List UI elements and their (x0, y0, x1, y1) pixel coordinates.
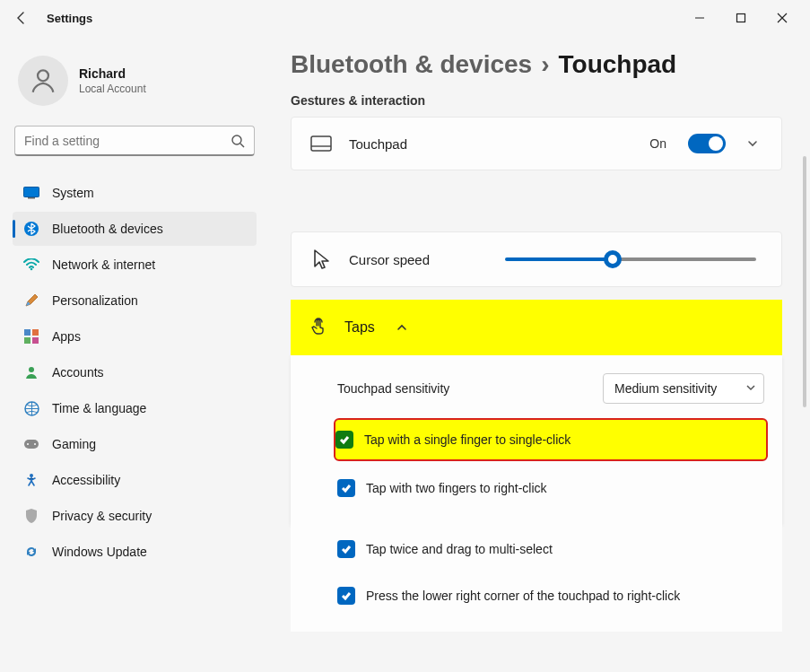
minimize-button[interactable] (679, 4, 720, 32)
person-icon (23, 364, 39, 380)
press-corner-option[interactable]: Press the lower right corner of the touc… (337, 574, 764, 617)
maximize-button[interactable] (720, 4, 762, 32)
apps-icon (23, 328, 39, 345)
svg-rect-9 (24, 329, 30, 336)
touchpad-label: Touchpad (349, 136, 633, 152)
paintbrush-icon (23, 292, 39, 309)
back-button[interactable] (7, 4, 36, 32)
chevron-down-icon[interactable] (742, 137, 763, 150)
sidebar-item-apps[interactable]: Apps (13, 319, 257, 353)
cursor-speed-row[interactable]: Cursor speed (291, 231, 782, 287)
svg-rect-6 (28, 197, 35, 199)
sidebar-item-bluetooth[interactable]: Bluetooth & devices (13, 212, 257, 246)
sidebar-item-label: Network & internet (52, 257, 155, 272)
checkbox-checked-icon[interactable] (335, 431, 353, 449)
gamepad-icon (23, 436, 39, 452)
svg-point-2 (38, 70, 48, 81)
checkbox-checked-icon[interactable] (337, 587, 355, 605)
svg-rect-15 (24, 440, 39, 449)
tap-single-finger-label: Tap with a single finger to single-click (364, 432, 570, 447)
svg-point-8 (30, 268, 33, 271)
globe-clock-icon (23, 400, 39, 416)
tap-single-finger-option[interactable]: Tap with a single finger to single-click (334, 418, 768, 461)
tap-icon (309, 316, 328, 339)
avatar (18, 56, 68, 106)
taps-header[interactable]: Taps (291, 300, 782, 355)
checkbox-checked-icon[interactable] (337, 479, 355, 497)
svg-point-13 (29, 367, 34, 372)
touchpad-row[interactable]: Touchpad On (291, 117, 782, 170)
sidebar-item-privacy[interactable]: Privacy & security (13, 499, 257, 533)
checkbox-checked-icon[interactable] (337, 540, 355, 558)
breadcrumb-current: Touchpad (559, 50, 677, 79)
sidebar-item-accounts[interactable]: Accounts (13, 355, 257, 389)
sidebar-item-label: Privacy & security (52, 509, 152, 523)
chevron-up-icon[interactable] (391, 321, 413, 334)
svg-rect-1 (737, 14, 745, 22)
tap-two-fingers-option[interactable]: Tap with two fingers to right-click (337, 467, 764, 510)
sidebar-item-time[interactable]: Time & language (13, 391, 257, 425)
section-gestures-label: Gestures & interaction (291, 93, 790, 108)
sidebar-item-label: Apps (52, 329, 81, 344)
touchpad-toggle[interactable] (688, 134, 726, 153)
press-corner-label: Press the lower right corner of the touc… (366, 589, 680, 603)
sidebar-item-update[interactable]: Windows Update (13, 535, 257, 569)
touchpad-state: On (649, 136, 666, 151)
search-input[interactable] (24, 134, 231, 148)
search-box[interactable] (14, 126, 255, 156)
svg-point-17 (34, 443, 36, 445)
tap-twice-drag-label: Tap twice and drag to multi-select (366, 542, 553, 556)
update-icon (23, 544, 39, 560)
system-icon (23, 185, 39, 201)
breadcrumb-parent[interactable]: Bluetooth & devices (291, 50, 532, 79)
shield-icon (23, 508, 39, 524)
touchpad-sensitivity-value: Medium sensitivity (614, 381, 717, 396)
svg-rect-11 (24, 337, 30, 344)
sidebar-item-label: Time & language (52, 401, 146, 415)
breadcrumb-separator: › (541, 50, 549, 79)
window-title: Settings (47, 12, 92, 25)
wifi-icon (23, 257, 39, 273)
svg-rect-12 (32, 337, 39, 344)
svg-line-4 (240, 144, 244, 147)
sidebar-item-label: Bluetooth & devices (52, 222, 163, 236)
sidebar-item-label: Gaming (52, 437, 96, 451)
tap-two-fingers-label: Tap with two fingers to right-click (366, 481, 547, 495)
chevron-down-icon (745, 381, 756, 396)
sidebar-item-gaming[interactable]: Gaming (13, 427, 257, 461)
touchpad-sensitivity-label: Touchpad sensitivity (337, 381, 449, 396)
sidebar-item-label: System (52, 186, 94, 200)
close-button[interactable] (762, 4, 803, 32)
profile-name: Richard (79, 66, 146, 81)
svg-point-16 (27, 443, 29, 445)
cursor-speed-slider[interactable] (505, 257, 756, 261)
sidebar-item-label: Personalization (52, 293, 138, 308)
taps-label: Taps (344, 319, 375, 336)
touchpad-sensitivity-row: Touchpad sensitivity Medium sensitivity (337, 364, 764, 413)
sidebar-item-system[interactable]: System (13, 176, 257, 210)
cursor-speed-label: Cursor speed (349, 252, 489, 267)
bluetooth-icon (23, 221, 39, 237)
sidebar-item-network[interactable]: Network & internet (13, 248, 257, 282)
touchpad-icon (309, 135, 333, 152)
cursor-icon (309, 249, 333, 270)
svg-rect-10 (32, 329, 39, 336)
accessibility-icon (23, 472, 39, 488)
sidebar-item-accessibility[interactable]: Accessibility (13, 463, 257, 497)
sidebar-item-label: Accessibility (52, 473, 120, 487)
sidebar-item-label: Windows Update (52, 545, 147, 559)
sidebar-item-label: Accounts (52, 365, 104, 380)
sidebar-item-personalization[interactable]: Personalization (13, 284, 257, 318)
search-icon (231, 134, 245, 148)
scrollbar[interactable] (803, 156, 806, 407)
touchpad-sensitivity-select[interactable]: Medium sensitivity (603, 373, 764, 404)
svg-rect-5 (24, 188, 39, 197)
taps-expander: Taps Touchpad sensitivity Medium sensiti… (291, 300, 782, 632)
svg-point-3 (232, 135, 241, 144)
profile-block[interactable]: Richard Local Account (13, 47, 257, 124)
breadcrumb: Bluetooth & devices › Touchpad (291, 50, 790, 79)
profile-type: Local Account (79, 83, 146, 95)
svg-rect-19 (311, 136, 331, 151)
tap-twice-drag-option[interactable]: Tap twice and drag to multi-select (337, 528, 764, 571)
